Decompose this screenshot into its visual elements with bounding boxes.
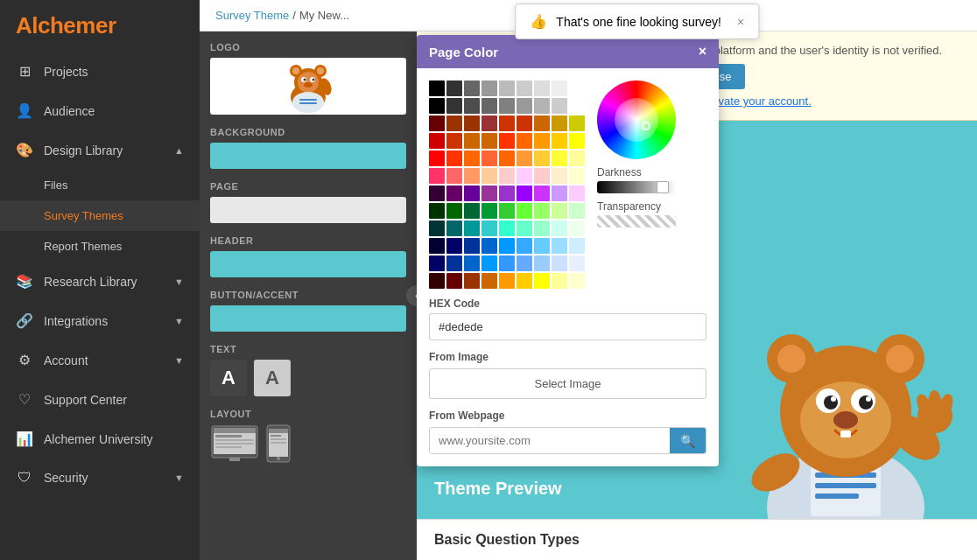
color-cell[interactable]: [481, 203, 497, 219]
color-cell[interactable]: [517, 186, 532, 201]
app-logo[interactable]: Alchemer: [16, 12, 116, 39]
color-cell[interactable]: [446, 80, 462, 96]
sidebar-item-security[interactable]: 🛡 Security ▼: [0, 458, 200, 497]
color-cell[interactable]: [517, 133, 532, 149]
sidebar-sub-report-themes[interactable]: Report Themes: [0, 231, 200, 262]
color-cell[interactable]: [552, 98, 567, 114]
color-cell[interactable]: [534, 186, 550, 201]
color-cell[interactable]: [569, 168, 585, 184]
color-cell[interactable]: [446, 238, 462, 254]
color-cell[interactable]: [552, 186, 567, 201]
color-cell[interactable]: [517, 273, 532, 289]
hex-code-input[interactable]: [429, 313, 706, 340]
color-cell[interactable]: [429, 80, 445, 96]
sidebar-item-projects[interactable]: ⊞ Projects: [0, 52, 200, 91]
color-cell[interactable]: [481, 116, 497, 131]
color-cell[interactable]: [517, 203, 532, 219]
color-cell[interactable]: [464, 150, 480, 166]
color-cell[interactable]: [552, 116, 567, 131]
color-cell[interactable]: [429, 186, 445, 201]
color-cell[interactable]: [569, 220, 585, 236]
color-cell[interactable]: [429, 203, 445, 219]
color-cell[interactable]: [481, 256, 497, 271]
color-cell[interactable]: [534, 116, 550, 131]
color-cell[interactable]: [552, 168, 567, 184]
color-cell[interactable]: [569, 133, 585, 149]
color-cell[interactable]: [446, 168, 462, 184]
color-cell[interactable]: [464, 168, 480, 184]
color-cell[interactable]: [499, 273, 515, 289]
sidebar-item-account[interactable]: ⚙ Account ▼: [0, 340, 200, 380]
color-cell[interactable]: [429, 256, 445, 271]
color-cell[interactable]: [569, 98, 585, 114]
color-picker-close-button[interactable]: ×: [699, 44, 706, 60]
color-cell[interactable]: [534, 98, 550, 114]
color-cell[interactable]: [481, 150, 497, 166]
color-cell[interactable]: [552, 220, 567, 236]
toast-close-button[interactable]: ×: [737, 15, 744, 29]
color-cell[interactable]: [517, 238, 532, 254]
color-cell[interactable]: [499, 133, 515, 149]
color-cell[interactable]: [499, 220, 515, 236]
color-cell[interactable]: [552, 80, 567, 96]
color-cell[interactable]: [534, 168, 550, 184]
color-cell[interactable]: [552, 150, 567, 166]
color-cell[interactable]: [429, 273, 445, 289]
color-cell[interactable]: [552, 203, 567, 219]
color-cell[interactable]: [534, 80, 550, 96]
background-color-swatch[interactable]: [210, 143, 406, 169]
color-cell[interactable]: [517, 256, 532, 271]
sidebar-item-support[interactable]: ♡ Support Center: [0, 380, 200, 419]
color-cell[interactable]: [569, 256, 585, 271]
layout-preview[interactable]: [210, 424, 406, 463]
darkness-slider[interactable]: [597, 181, 676, 193]
color-cell[interactable]: [499, 238, 515, 254]
sidebar-item-audience[interactable]: 👤 Audience: [0, 91, 200, 130]
color-cell[interactable]: [569, 150, 585, 166]
color-cell[interactable]: [464, 273, 480, 289]
color-cell[interactable]: [534, 203, 550, 219]
color-cell[interactable]: [429, 238, 445, 254]
color-cell[interactable]: [569, 203, 585, 219]
sidebar-item-integrations[interactable]: 🔗 Integrations ▼: [0, 301, 200, 340]
color-cell[interactable]: [499, 168, 515, 184]
color-cell[interactable]: [499, 116, 515, 131]
color-cell[interactable]: [464, 186, 480, 201]
color-cell[interactable]: [499, 256, 515, 271]
color-cell[interactable]: [569, 116, 585, 131]
page-color-swatch[interactable]: [210, 197, 406, 223]
text-light-swatch[interactable]: A: [254, 360, 291, 396]
color-cell[interactable]: [517, 116, 532, 131]
color-cell[interactable]: [446, 220, 462, 236]
color-cell[interactable]: [429, 98, 445, 114]
color-cell[interactable]: [499, 203, 515, 219]
color-cell[interactable]: [552, 273, 567, 289]
accent-color-swatch[interactable]: [210, 305, 406, 332]
color-cell[interactable]: [552, 256, 567, 271]
color-cell[interactable]: [446, 256, 462, 271]
color-cell[interactable]: [464, 220, 480, 236]
color-cell[interactable]: [569, 273, 585, 289]
color-cell[interactable]: [464, 238, 480, 254]
color-cell[interactable]: [446, 133, 462, 149]
color-cell[interactable]: [446, 273, 462, 289]
color-cell[interactable]: [481, 98, 497, 114]
color-cell[interactable]: [429, 168, 445, 184]
color-cell[interactable]: [481, 168, 497, 184]
color-cell[interactable]: [464, 116, 480, 131]
color-cell[interactable]: [552, 133, 567, 149]
color-cell[interactable]: [534, 133, 550, 149]
color-cell[interactable]: [429, 133, 445, 149]
color-cell[interactable]: [481, 220, 497, 236]
color-cell[interactable]: [464, 256, 480, 271]
color-cell[interactable]: [446, 150, 462, 166]
sidebar-sub-files[interactable]: Files: [0, 170, 200, 200]
color-cell[interactable]: [446, 98, 462, 114]
sidebar-item-research-library[interactable]: 📚 Research Library ▼: [0, 262, 200, 301]
color-cell[interactable]: [464, 98, 480, 114]
sidebar-item-university[interactable]: 📊 Alchemer University: [0, 419, 200, 458]
color-cell[interactable]: [446, 203, 462, 219]
webpage-go-button[interactable]: 🔍: [670, 428, 706, 453]
color-cell[interactable]: [517, 168, 532, 184]
color-cell[interactable]: [517, 98, 532, 114]
